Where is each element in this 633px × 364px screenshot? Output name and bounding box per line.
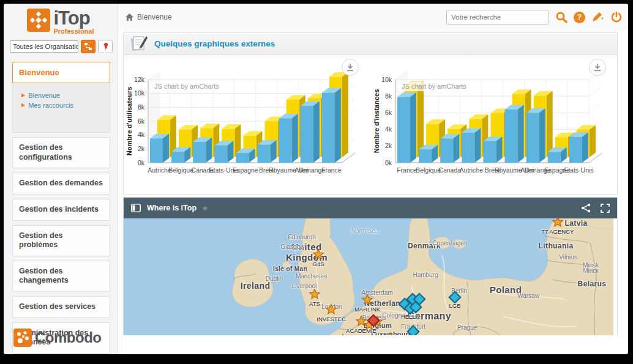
svg-text:12k: 12k bbox=[134, 76, 145, 83]
svg-text:Belgique: Belgique bbox=[416, 166, 441, 174]
city-label: Copenhagen bbox=[432, 240, 467, 247]
power-icon bbox=[611, 12, 622, 23]
svg-text:Nombre d'instances: Nombre d'instances bbox=[373, 89, 380, 154]
city-label: Hamburg bbox=[413, 272, 438, 278]
search-input[interactable] bbox=[446, 10, 549, 24]
svg-text:2k: 2k bbox=[138, 145, 145, 152]
panel-toggle-icon[interactable] bbox=[131, 204, 141, 212]
svg-text:2k: 2k bbox=[385, 142, 392, 149]
svg-text:Espagne: Espagne bbox=[233, 166, 258, 174]
sidebar-section[interactable]: Gestion des incidents bbox=[12, 199, 110, 221]
country-label: United Kingdom bbox=[281, 242, 332, 262]
sidebar-submenu-item[interactable]: ▶Bienvenue bbox=[21, 92, 105, 99]
bar3d-chart-svg: 0k2k4k6k8k10kFranceBelgiqueCanadaAutrich… bbox=[371, 66, 615, 188]
city-label: Мінск bbox=[583, 267, 598, 274]
pushpin-icon bbox=[102, 42, 109, 51]
sidebar-section[interactable]: Gestion des problèmes bbox=[12, 225, 110, 256]
map-canvas[interactable]: North SeaUnited KingdomIrelandIsle of Ma… bbox=[124, 218, 613, 335]
search-button[interactable] bbox=[555, 11, 567, 23]
bar3d-chart-svg: 0k2k4k6k8k10k12kAutricheBelgiqueCanadaEt… bbox=[124, 66, 367, 188]
edit-menu-button[interactable] bbox=[591, 12, 605, 23]
sidebar-section[interactable]: Gestion des changements bbox=[12, 261, 110, 292]
map-marker-diamond-cyan[interactable] bbox=[448, 291, 461, 303]
svg-text:Belgique: Belgique bbox=[168, 166, 193, 174]
map-marker-diamond-cyan[interactable] bbox=[406, 325, 419, 335]
hierarchy-button[interactable] bbox=[81, 40, 96, 53]
country-label: Poland bbox=[490, 284, 522, 295]
sidebar-section[interactable]: Gestion des demandes bbox=[12, 173, 110, 195]
svg-text:France: France bbox=[397, 166, 417, 174]
svg-text:Etats-Unis: Etats-Unis bbox=[564, 166, 593, 174]
itop-logo[interactable]: iTop Professional bbox=[4, 4, 118, 35]
map-marker-star[interactable] bbox=[326, 304, 337, 318]
home-icon bbox=[125, 13, 133, 21]
svg-text:France: France bbox=[321, 166, 342, 174]
combodo-logo-icon bbox=[13, 329, 32, 347]
country-label: Germany bbox=[407, 311, 451, 322]
country-label: Denmark bbox=[408, 242, 441, 250]
svg-text:JS chart by amCharts: JS chart by amCharts bbox=[402, 83, 466, 90]
city-label: Prague bbox=[457, 324, 477, 331]
sidebar-section[interactable]: Gestion des configurations bbox=[12, 137, 110, 168]
dashboard-title: Quelques graphiques externes bbox=[154, 39, 275, 48]
country-label: Lithuania bbox=[539, 242, 574, 250]
combodo-logo-text: Combodo bbox=[35, 329, 101, 346]
chart-instances: 0k2k4k6k8k10kFranceBelgiqueCanadaAutrich… bbox=[371, 58, 615, 193]
map-marker-star[interactable] bbox=[552, 218, 564, 231]
map-marker-star[interactable] bbox=[313, 249, 324, 263]
map-panel: Where is iTop ★ bbox=[123, 197, 618, 335]
svg-text:0k: 0k bbox=[385, 159, 392, 166]
svg-text:4k: 4k bbox=[385, 125, 392, 133]
breadcrumb[interactable]: Bienvenue bbox=[125, 13, 172, 21]
country-label: Isle of Man bbox=[273, 266, 307, 272]
city-label: Dublin bbox=[266, 275, 283, 282]
breadcrumb-label: Bienvenue bbox=[137, 13, 172, 21]
itop-logo-icon bbox=[27, 9, 50, 32]
help-button[interactable]: ? bbox=[574, 12, 585, 23]
svg-text:10k: 10k bbox=[134, 89, 145, 97]
sidebar-section[interactable]: Gestion des services bbox=[12, 296, 110, 318]
topbar: Bienvenue ? bbox=[118, 4, 628, 31]
map-marker-star[interactable] bbox=[362, 294, 373, 308]
sidebar-submenu: ▶Bienvenue▶Mes raccourcis bbox=[12, 83, 110, 133]
map-marker-star[interactable] bbox=[385, 332, 397, 336]
svg-text:JS chart by amCharts: JS chart by amCharts bbox=[154, 83, 219, 90]
pin-menu-button[interactable] bbox=[98, 40, 113, 53]
city-label: Manchester bbox=[296, 273, 328, 280]
svg-text:Autriche: Autriche bbox=[148, 166, 171, 174]
dashboard-panel: Quelques graphiques externes 0k2k4k6k8k1… bbox=[123, 32, 618, 195]
app-window: iTop Professional Toutes les Organisatio… bbox=[4, 4, 628, 354]
organization-select[interactable]: Toutes les Organisatior▼ bbox=[10, 40, 78, 53]
arrow-bullet-icon: ▶ bbox=[21, 92, 25, 98]
favorite-star-icon[interactable]: ★ bbox=[201, 204, 209, 213]
chart-download-button[interactable] bbox=[342, 59, 359, 76]
sidebar-submenu-item[interactable]: ▶Mes raccourcis bbox=[21, 102, 105, 109]
svg-text:10k: 10k bbox=[381, 76, 392, 83]
sidebar-item-bienvenue-active[interactable]: Bienvenue bbox=[12, 62, 110, 83]
download-icon bbox=[346, 64, 354, 72]
svg-text:8k: 8k bbox=[385, 92, 392, 100]
svg-text:Autriche: Autriche bbox=[460, 166, 484, 174]
dashboard-panel-header: Quelques graphiques externes bbox=[124, 32, 617, 55]
svg-text:6k: 6k bbox=[385, 109, 392, 116]
country-label: Ireland bbox=[241, 281, 271, 291]
logout-button[interactable] bbox=[611, 12, 622, 23]
svg-text:6k: 6k bbox=[138, 117, 145, 125]
share-icon[interactable] bbox=[581, 203, 591, 213]
combodo-logo[interactable]: Combodo bbox=[13, 329, 101, 347]
city-label: Minsk bbox=[583, 262, 599, 269]
country-label: Belarus bbox=[578, 280, 607, 288]
chart-download-button[interactable] bbox=[589, 59, 606, 76]
map-marker-star[interactable] bbox=[337, 334, 349, 336]
svg-text:Allemange: Allemange bbox=[294, 166, 325, 174]
city-label: Warsaw bbox=[517, 292, 539, 299]
svg-text:0k: 0k bbox=[138, 159, 145, 166]
sidebar-sections: Gestion des configurationsGestion des de… bbox=[12, 137, 110, 354]
search-icon bbox=[555, 11, 567, 23]
city-label: Cologne bbox=[382, 312, 405, 319]
map-marker-star[interactable] bbox=[309, 289, 321, 303]
arrow-bullet-icon: ▶ bbox=[21, 102, 25, 108]
fullscreen-icon[interactable] bbox=[601, 204, 610, 213]
download-icon bbox=[594, 64, 601, 72]
pencil-icon bbox=[591, 12, 605, 23]
